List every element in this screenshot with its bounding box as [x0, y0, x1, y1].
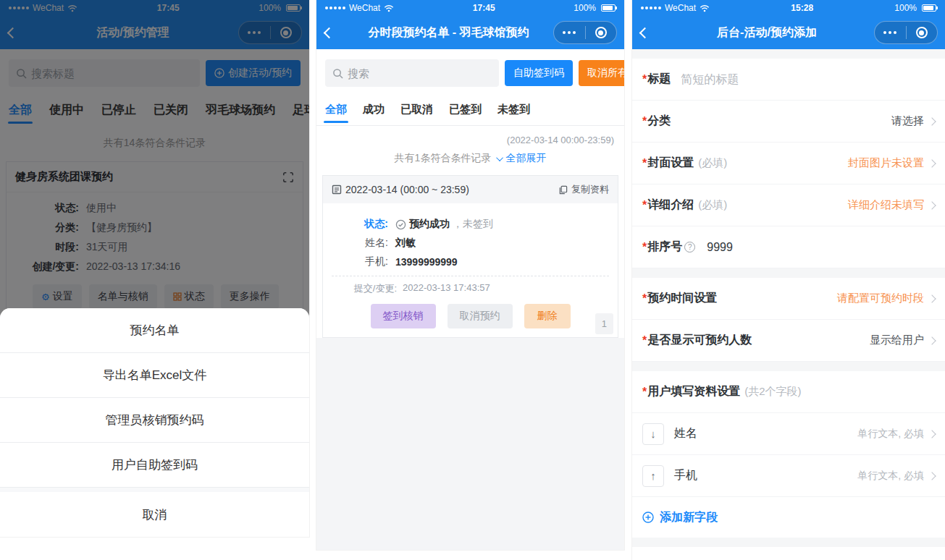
detail-value: 详细介绍未填写	[848, 198, 924, 212]
time-settings-value: 请配置可预约时段	[837, 292, 924, 305]
screen-activity-add-form: WeChat 15:28 100% 后台-活动/预约添加 *标题 *分类	[632, 0, 945, 560]
sort-order-value[interactable]: 9999	[707, 241, 733, 254]
category-value: 请选择	[891, 114, 924, 128]
row-submitted: 提交/变更: 2022-03-13 17:43:57	[332, 282, 609, 295]
sheet-item-export-excel[interactable]: 导出名单Excel文件	[0, 353, 309, 398]
tab-all[interactable]: 全部	[325, 94, 347, 125]
field-cover[interactable]: *封面设置(必填) 封面图片未设置	[632, 143, 945, 184]
battery-icon	[922, 4, 936, 12]
tab-cancelled[interactable]: 已取消	[400, 94, 433, 125]
nav-bar: 分时段预约名单 - 羽毛球馆预约	[316, 16, 624, 49]
chevron-right-icon	[928, 430, 936, 438]
row-name: 姓名: 刘敏	[332, 237, 609, 250]
user-field-name[interactable]: ↓ 姓名 单行文本, 必填	[632, 413, 945, 455]
cancel-all-button[interactable]: 取消所有	[579, 60, 624, 86]
search-input[interactable]	[348, 67, 492, 80]
name-value: 刘敏	[395, 237, 416, 250]
search-box[interactable]	[325, 59, 499, 87]
row-phone: 手机: 13999999999	[332, 255, 609, 268]
field-time-settings[interactable]: *预约时间设置 请配置可预约时段	[632, 278, 945, 320]
chevron-right-icon	[928, 117, 936, 125]
chevron-down-icon	[497, 154, 504, 161]
check-circle-icon	[395, 219, 406, 230]
status-time: 17:45	[394, 3, 574, 13]
battery-percent: 100%	[894, 3, 917, 13]
field-category[interactable]: *分类 请选择	[632, 101, 945, 143]
three-screens: WeChat 17:45 100% 活动/预约管理	[0, 0, 945, 560]
field-show-count[interactable]: *是否显示可预约人数 显示给用户	[632, 320, 945, 362]
sheet-item-reservation-list[interactable]: 预约名单	[0, 308, 309, 353]
fields-section-header: *用户填写资料设置(共2个字段)	[632, 371, 945, 413]
checkin-verify-button[interactable]: 签到核销	[371, 304, 436, 328]
more-icon[interactable]	[875, 31, 906, 34]
expand-all-link[interactable]: 全部展开	[498, 152, 546, 165]
show-count-value: 显示给用户	[870, 334, 924, 347]
back-icon[interactable]	[639, 27, 651, 38]
chevron-right-icon	[928, 472, 936, 480]
card-actions: 签到核销 取消预约 删除	[332, 304, 609, 328]
action-sheet: 预约名单 导出名单Excel文件 管理员核销预约码 用户自助签到码 取消	[0, 308, 309, 537]
status-bar: WeChat 15:28 100%	[632, 0, 945, 16]
next-section-edge	[632, 547, 945, 560]
page-title: 后台-活动/预约添加	[668, 25, 865, 41]
back-icon[interactable]	[324, 27, 335, 38]
add-field-button[interactable]: 添加新字段	[632, 497, 945, 538]
status-value: 预约成功	[409, 218, 450, 231]
chevron-right-icon	[928, 336, 936, 344]
screen-activity-management: WeChat 17:45 100% 活动/预约管理	[0, 0, 309, 537]
calendar-icon	[332, 184, 342, 195]
arrow-down-icon: ↓	[650, 428, 656, 440]
signal-icon	[325, 7, 345, 9]
search-icon	[332, 68, 343, 79]
chevron-right-icon	[928, 159, 936, 167]
self-checkin-code-button[interactable]: 自助签到码	[505, 60, 573, 86]
move-down-button[interactable]: ↓	[642, 423, 664, 445]
arrow-up-icon: ↑	[650, 470, 656, 482]
screen-reservation-roster: WeChat 17:45 100% 分时段预约名单 - 羽毛球馆预约	[316, 0, 624, 550]
copy-icon	[558, 185, 568, 195]
result-count: 共有1条符合条件记录	[395, 152, 492, 165]
field-detail[interactable]: *详细介绍(必填) 详细介绍未填写	[632, 184, 945, 226]
reservation-date: 2022-03-14 (00:00 ~ 23:59)	[345, 184, 469, 195]
required-mark: *	[642, 73, 647, 86]
sheet-cancel-button[interactable]: 取消	[0, 492, 309, 537]
tab-not-checked-in[interactable]: 未签到	[497, 94, 530, 125]
battery-icon	[601, 4, 616, 12]
mini-program-capsule	[874, 21, 938, 44]
mini-program-capsule	[553, 21, 617, 44]
help-icon[interactable]: ?	[684, 242, 695, 253]
nav-bar: 后台-活动/预约添加	[632, 16, 945, 49]
status-extra: ，未签到	[453, 218, 493, 231]
tab-success[interactable]: 成功	[363, 94, 385, 125]
carrier-label: WeChat	[665, 3, 696, 13]
more-icon[interactable]	[554, 31, 585, 34]
signal-icon	[641, 7, 661, 9]
battery-percent: 100%	[574, 3, 596, 13]
dashed-divider	[332, 276, 609, 276]
result-count-row: 共有1条符合条件记录 全部展开	[316, 145, 624, 172]
field-title: *标题	[632, 59, 945, 101]
cancel-reservation-button[interactable]: 取消预约	[448, 304, 513, 328]
status-bar: WeChat 17:45 100%	[316, 0, 624, 16]
reservation-card: 2022-03-14 (00:00 ~ 23:59) 复制资料 状态: 预约成功…	[322, 175, 618, 338]
cover-value: 封面图片未设置	[848, 156, 924, 170]
wifi-icon	[700, 4, 710, 12]
chevron-right-icon	[928, 294, 936, 302]
copy-data-link[interactable]: 复制资料	[558, 183, 609, 196]
field-sort-order: *排序号? 9999	[632, 226, 945, 268]
minimize-icon[interactable]	[907, 27, 938, 38]
phone-value: 13999999999	[395, 256, 458, 268]
status-time: 15:28	[710, 3, 894, 13]
page-title: 分时段预约名单 - 羽毛球馆预约	[353, 25, 545, 41]
page-number-badge[interactable]: 1	[595, 313, 613, 334]
row-status: 状态: 预约成功 ，未签到	[332, 218, 609, 231]
sheet-item-admin-verify-code[interactable]: 管理员核销预约码	[0, 398, 309, 443]
title-input[interactable]	[681, 73, 935, 86]
minimize-icon[interactable]	[586, 27, 617, 38]
user-field-phone[interactable]: ↑ 手机 单行文本, 必填	[632, 455, 945, 497]
move-up-button[interactable]: ↑	[642, 465, 664, 487]
wifi-icon	[384, 4, 394, 12]
delete-button[interactable]: 删除	[524, 304, 571, 328]
sheet-item-self-checkin-code[interactable]: 用户自助签到码	[0, 443, 309, 488]
tab-checked-in[interactable]: 已签到	[449, 94, 482, 125]
